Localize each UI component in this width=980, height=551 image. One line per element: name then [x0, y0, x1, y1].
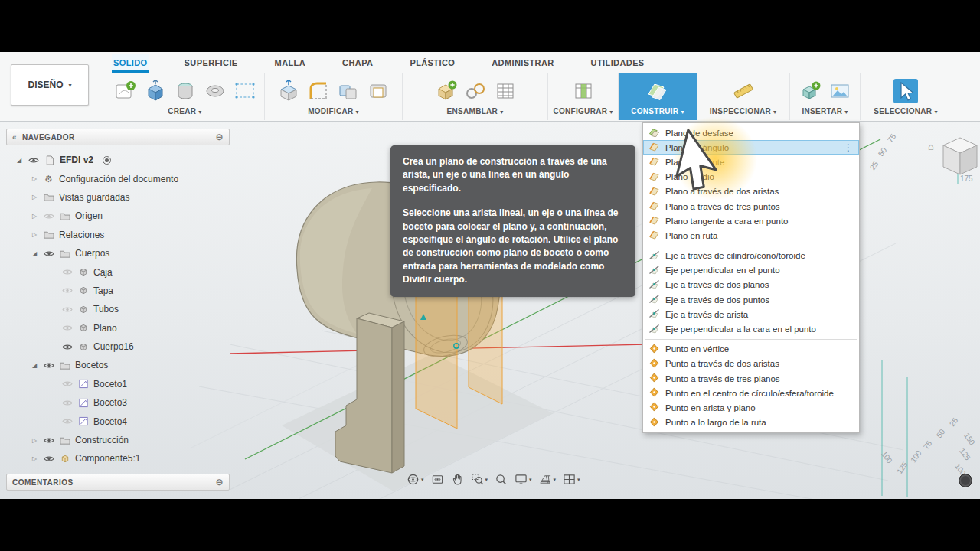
expanded-arrow-icon[interactable]: ◢: [31, 250, 38, 257]
home-view-icon[interactable]: ⌂: [928, 141, 934, 152]
configurar-dropdown[interactable]: CONFIGURAR▾: [553, 106, 613, 118]
joint-icon[interactable]: [463, 79, 488, 103]
tab-administrar[interactable]: ADMINISTRAR: [490, 54, 555, 73]
tab-utilidades[interactable]: UTILIDADES: [590, 54, 646, 73]
visibility-toggle[interactable]: [61, 341, 73, 352]
menu-item-punto-a-traves-de-tres-planos[interactable]: Punto a través de tres planos: [643, 371, 859, 386]
select-cursor-icon[interactable]: [893, 79, 918, 103]
shell-icon[interactable]: [366, 79, 390, 103]
tree-item-origen[interactable]: ▷Origen: [6, 207, 230, 225]
bom-table-icon[interactable]: [493, 79, 518, 103]
menu-item-plano-tangente-a-cara-en-punto[interactable]: Plano tangente a cara en punto: [643, 214, 859, 228]
torus-icon[interactable]: [203, 79, 227, 103]
visibility-toggle[interactable]: [28, 155, 39, 165]
tree-item-boceto1[interactable]: Boceto1: [6, 375, 230, 393]
visibility-toggle[interactable]: [61, 304, 73, 315]
visibility-toggle[interactable]: [61, 285, 73, 296]
tree-item-construccion[interactable]: ▷Construcción: [6, 431, 230, 449]
press-pull-icon[interactable]: [276, 79, 301, 103]
visibility-toggle[interactable]: [61, 416, 73, 427]
collapsed-arrow-icon[interactable]: ▷: [31, 175, 38, 182]
tab-chapa[interactable]: CHAPA: [341, 54, 374, 73]
menu-item-punto-en-el-centro-de-circulo-esfera-toroide[interactable]: Punto en el centro de círculo/esfera/tor…: [643, 386, 859, 400]
expanded-arrow-icon[interactable]: ◢: [31, 362, 38, 369]
collapsed-arrow-icon[interactable]: ▷: [31, 213, 38, 220]
menu-item-punto-en-vertice[interactable]: Punto en vértice: [643, 342, 859, 357]
pan-button[interactable]: [448, 471, 467, 487]
modificar-dropdown[interactable]: MODIFICAR▾: [270, 106, 397, 118]
collapse-circle-icon[interactable]: ⊖: [215, 132, 224, 142]
menu-item-plano-en-ruta[interactable]: Plano en ruta: [643, 228, 859, 243]
menu-item-punto-a-lo-largo-de-la-ruta[interactable]: Punto a lo largo de la ruta: [643, 416, 859, 430]
visibility-toggle[interactable]: [61, 323, 73, 334]
visibility-toggle[interactable]: [43, 248, 54, 259]
grid-settings-button[interactable]: ▾: [536, 471, 560, 487]
new-component-icon[interactable]: [433, 79, 458, 103]
collapse-panel-icon[interactable]: «: [12, 133, 17, 142]
insert-derive-icon[interactable]: [798, 79, 822, 103]
collapsed-arrow-icon[interactable]: ▷: [31, 455, 38, 462]
tree-item-efdi-v2[interactable]: ◢EFDI v2: [6, 151, 230, 169]
fillet-icon[interactable]: [306, 79, 331, 103]
visibility-toggle[interactable]: [43, 435, 54, 445]
activate-radio[interactable]: [103, 156, 111, 165]
tree-item-boceto4[interactable]: Boceto4: [6, 412, 230, 430]
pattern-selection-icon[interactable]: [233, 79, 257, 103]
extrude-icon[interactable]: [143, 79, 168, 103]
tab-superficie[interactable]: SUPERFICIE: [183, 54, 240, 73]
status-button[interactable]: [959, 474, 972, 487]
collapsed-arrow-icon[interactable]: ▷: [31, 231, 38, 238]
configure-icon[interactable]: [571, 79, 596, 103]
visibility-toggle[interactable]: [43, 453, 54, 464]
insertar-dropdown[interactable]: INSERTAR▾: [795, 106, 855, 118]
visibility-toggle[interactable]: [61, 379, 73, 390]
visibility-toggle[interactable]: [43, 360, 54, 370]
ensamblar-dropdown[interactable]: ENSAMBLAR▾: [407, 106, 543, 118]
menu-item-eje-a-traves-de-dos-puntos[interactable]: Eje a través de dos puntos: [643, 292, 859, 307]
menu-item-eje-a-traves-de-dos-planos[interactable]: Eje a través de dos planos: [643, 278, 859, 292]
visibility-toggle[interactable]: [61, 267, 73, 278]
visibility-toggle[interactable]: [61, 397, 73, 408]
menu-item-eje-a-traves-de-arista[interactable]: Eje a través de arista: [643, 307, 859, 321]
tab-solido[interactable]: SOLIDO: [112, 54, 149, 73]
tree-item-componente5-1[interactable]: ▷Componente5:1: [6, 449, 230, 468]
tree-item-cuerpo16[interactable]: Cuerpo16: [6, 337, 230, 356]
tree-item-boceto3[interactable]: Boceto3: [6, 393, 230, 412]
orbit-button[interactable]: ▾: [403, 471, 427, 487]
tree-item-vistas-guardadas[interactable]: ▷Vistas guardadas: [6, 188, 230, 207]
kebab-menu-icon[interactable]: ⋮: [844, 143, 853, 152]
collapse-circle-icon[interactable]: ⊖: [215, 477, 224, 487]
tree-item-bocetos[interactable]: ◢Bocetos: [6, 356, 230, 374]
zoom-window-button[interactable]: ▾: [468, 471, 492, 487]
tree-item-tubos[interactable]: Tubos: [6, 300, 230, 318]
measure-icon[interactable]: [731, 79, 756, 103]
tree-item-plano[interactable]: Plano: [6, 319, 230, 337]
display-settings-button[interactable]: ▾: [511, 471, 535, 487]
seleccionar-dropdown[interactable]: SELECCIONAR▾: [865, 106, 946, 118]
tab-plastico[interactable]: PLÁSTICO: [408, 54, 456, 73]
tree-item-relaciones[interactable]: ▷Relaciones: [6, 226, 230, 244]
view-cube[interactable]: [940, 135, 980, 181]
menu-item-eje-perpendicular-en-el-punto[interactable]: Eje perpendicular en el punto: [643, 263, 859, 278]
tree-item-cuerpos[interactable]: ◢Cuerpos: [6, 244, 230, 262]
tree-item-configuracion-del-documento[interactable]: ▷⚙Configuración del documento: [6, 169, 230, 187]
create-sketch-icon[interactable]: [113, 79, 138, 103]
collapsed-arrow-icon[interactable]: ▷: [31, 437, 38, 444]
design-menu-button[interactable]: DISEÑO ▾: [11, 64, 89, 106]
collapsed-arrow-icon[interactable]: ▷: [31, 194, 38, 201]
zoom-button[interactable]: [492, 471, 511, 487]
tree-item-caja[interactable]: Caja: [6, 262, 230, 281]
combine-icon[interactable]: [336, 79, 361, 103]
menu-item-eje-perpendicular-a-la-cara-en-el-punto[interactable]: Eje perpendicular a la cara en el punto: [643, 321, 859, 336]
crear-dropdown[interactable]: CREAR▾: [110, 106, 260, 118]
tree-item-tapa[interactable]: Tapa: [6, 282, 230, 300]
expanded-arrow-icon[interactable]: ◢: [15, 157, 23, 164]
menu-item-eje-a-traves-de-cilindro-cono-toroide[interactable]: Eje a través de cilindro/cono/toroide: [643, 249, 859, 263]
navigator-header[interactable]: « NAVEGADOR ⊖: [6, 129, 230, 145]
visibility-toggle[interactable]: [43, 210, 54, 221]
menu-item-plano-a-traves-de-tres-puntos[interactable]: Plano a través de tres puntos: [643, 199, 859, 214]
tab-malla[interactable]: MALLA: [273, 54, 308, 73]
comments-header[interactable]: COMENTARIOS ⊖: [6, 474, 230, 491]
menu-item-punto-a-traves-de-dos-aristas[interactable]: Punto a través de dos aristas: [643, 357, 859, 371]
decal-image-icon[interactable]: [828, 79, 852, 103]
